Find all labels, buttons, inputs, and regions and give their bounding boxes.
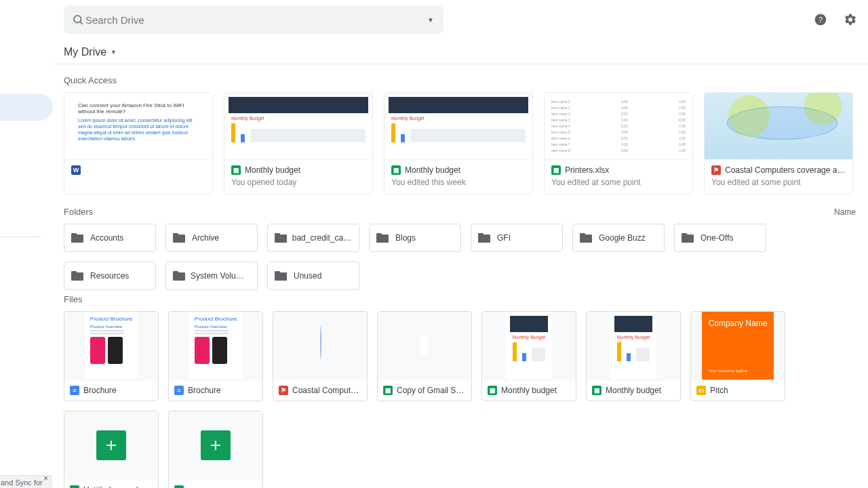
thumbnail: Product BrochureProduct Overview (169, 312, 262, 380)
sync-toast: × and Sync for (0, 475, 52, 488)
folder-name: Google Buzz (599, 233, 646, 243)
folder-name: Accounts (90, 233, 123, 243)
thumbnail: Monthly Budget (384, 93, 532, 159)
folder-chip[interactable]: bad_credit_car_l… (267, 224, 359, 252)
folder-chip[interactable]: Archive (165, 224, 258, 252)
file-card[interactable]: Product BrochureProduct Overview≡Brochur… (168, 311, 263, 401)
quick-access-card[interactable]: Item name 00.000.00Item name 10.000.00It… (544, 92, 693, 195)
sync-toast-text: and Sync for (1, 479, 43, 487)
thumbnail (705, 93, 852, 159)
file-title: Monthly budget (245, 165, 300, 175)
sheets-file-icon: ▦ (70, 485, 79, 488)
search-icon (72, 14, 84, 26)
sort-label[interactable]: Name (834, 207, 856, 217)
section-quick-access: Quick Access (64, 75, 856, 85)
file-title: Monthly budget (606, 386, 661, 395)
sheets-file-icon: ▦ (383, 386, 393, 395)
sheets-file-icon: ▦ (488, 386, 497, 395)
folder-chip[interactable]: One-Offs (674, 224, 766, 252)
quick-access-card[interactable]: ⚑Coastal Computers coverage areaYou edit… (704, 92, 853, 195)
docs-file-icon: ≡ (70, 386, 79, 395)
storage-used-text: 7 GB used (0, 278, 47, 287)
folder-icon (376, 233, 389, 243)
sidebar-item-active[interactable] (0, 94, 53, 121)
thumbnail: Item name 00.000.00Item name 10.000.00It… (545, 93, 692, 159)
thumbnail: Monthly Budget (587, 312, 680, 380)
svg-text:?: ? (818, 16, 823, 24)
thumbnail: Monthly Budget (224, 93, 372, 159)
folder-name: Blogs (395, 233, 416, 243)
folder-name: System Volume … (191, 271, 250, 281)
file-title: Monthly budget (501, 386, 557, 395)
section-folders: Folders (64, 207, 93, 217)
sheets-file-icon: ▦ (391, 165, 401, 175)
docs-file-icon: ≡ (174, 386, 184, 395)
file-card[interactable]: Monthly Budget▦Monthly budget (586, 311, 681, 401)
folder-icon (173, 271, 184, 281)
file-card[interactable]: Product BrochureProduct Overview≡Brochur… (64, 311, 159, 401)
svg-point-0 (74, 16, 81, 23)
file-title: Coastal Computers coverage area (725, 165, 846, 175)
close-icon[interactable]: × (43, 474, 48, 483)
file-card[interactable]: ▦Copy of Gmail S… (377, 311, 472, 401)
thumbnail: + (169, 411, 262, 479)
folder-name: One-Offs (701, 233, 733, 243)
thumbnail: + (64, 411, 158, 479)
thumbnail (378, 312, 471, 380)
quick-access-card[interactable]: Monthly Budget▦Monthly budgetYou edited … (384, 92, 533, 195)
folder-chip[interactable]: GFI (471, 224, 563, 252)
quick-access-card[interactable]: Can connect your Amazon Fire Stick to Wi… (64, 92, 213, 195)
search-options-icon[interactable]: ▼ (423, 16, 438, 24)
quick-access-card[interactable]: Monthly Budget▦Monthly budgetYou opened … (224, 92, 373, 195)
file-subtitle: You edited this week (391, 178, 526, 187)
folder-name: GFI (497, 233, 511, 243)
breadcrumb-label: My Drive (64, 46, 106, 58)
sidebar-item[interactable]: h me (0, 148, 53, 175)
folder-icon (580, 233, 592, 243)
folder-icon (478, 233, 490, 243)
file-title: Brochure (188, 386, 221, 395)
folder-chip[interactable]: Unused (267, 262, 359, 290)
file-title: Monthly budget (405, 165, 460, 175)
file-title: Printers.xlsx (565, 165, 609, 175)
svg-line-1 (80, 22, 82, 24)
folder-chip[interactable]: Resources (64, 262, 156, 290)
folder-chip[interactable]: Google Buzz (572, 224, 665, 252)
search-input[interactable] (84, 14, 423, 26)
file-card[interactable]: +▦ (168, 411, 263, 488)
file-title: Coastal Comput… (292, 386, 359, 395)
sheets-file-icon: ▦ (592, 386, 601, 395)
file-subtitle: You edited at some point (711, 178, 846, 187)
storage-link[interactable]: STORAGE (0, 291, 47, 301)
folder-chip[interactable]: Accounts (64, 224, 156, 252)
file-card[interactable]: Company NameYour company tagline▭Pitch (690, 311, 785, 401)
word-file-icon: W (71, 165, 81, 175)
storage-block: 7 GB used STORAGE (0, 237, 47, 301)
folder-chip[interactable]: System Volume … (165, 262, 258, 290)
section-files: Files (64, 294, 856, 304)
folder-name: bad_credit_car_l… (292, 233, 352, 243)
chevron-down-icon: ▼ (111, 49, 117, 56)
sidebar-item[interactable]: s (0, 121, 53, 148)
thumbnail: Product BrochureProduct Overview (64, 312, 158, 380)
breadcrumb[interactable]: My Drive ▼ (52, 39, 868, 64)
sheets-file-icon: ▦ (231, 165, 241, 175)
folder-name: Archive (192, 233, 219, 243)
sidebar: s h me 7 GB used STORAGE × and Sync for (0, 0, 52, 488)
folder-chip[interactable]: Blogs (369, 224, 461, 252)
help-icon[interactable]: ? (812, 12, 829, 28)
file-subtitle: You edited at some point (551, 178, 686, 187)
file-title: Copy of Gmail S… (397, 386, 464, 395)
file-card[interactable]: Monthly Budget▦Monthly budget (481, 311, 576, 401)
slides-file-icon: ▭ (696, 386, 706, 395)
file-card[interactable]: +▦Untitled spread… (64, 411, 159, 488)
thumbnail (273, 312, 367, 380)
map-file-icon: ⚑ (711, 165, 721, 175)
file-card[interactable]: ⚑Coastal Comput… (273, 311, 368, 401)
folder-icon (71, 233, 83, 243)
folder-icon (275, 233, 285, 243)
search-bar[interactable]: ▼ (64, 5, 443, 34)
settings-icon[interactable] (842, 12, 859, 28)
file-title: Untitled spread… (83, 485, 146, 488)
file-title: Pitch (710, 386, 728, 395)
